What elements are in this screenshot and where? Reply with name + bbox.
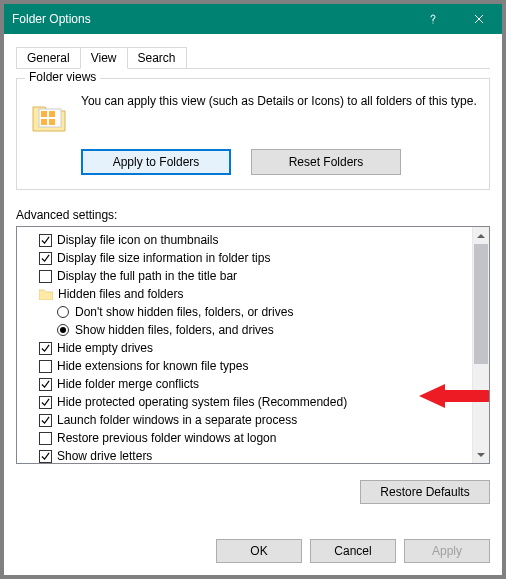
view-tab-content: Folder views You can apply this view (su… — [16, 70, 490, 523]
setting-row[interactable]: Launch folder windows in a separate proc… — [39, 411, 467, 429]
checkbox[interactable] — [39, 450, 52, 463]
setting-row[interactable]: Display file size information in folder … — [39, 249, 467, 267]
client-area: General View Search Folder views You can… — [4, 34, 502, 575]
ok-button[interactable]: OK — [216, 539, 302, 563]
folder-options-window: Folder Options General View Search Folde… — [0, 0, 506, 579]
checkbox[interactable] — [39, 378, 52, 391]
advanced-settings-tree[interactable]: Display file icon on thumbnailsDisplay f… — [16, 226, 490, 464]
scroll-thumb[interactable] — [474, 244, 488, 364]
setting-label: Launch folder windows in a separate proc… — [57, 411, 297, 429]
setting-row[interactable]: Don't show hidden files, folders, or dri… — [57, 303, 467, 321]
checkbox[interactable] — [39, 360, 52, 373]
setting-label: Restore previous folder windows at logon — [57, 429, 276, 447]
tree-viewport: Display file icon on thumbnailsDisplay f… — [23, 231, 467, 464]
folder-icon — [29, 97, 69, 137]
tab-view[interactable]: View — [80, 47, 128, 69]
apply-button[interactable]: Apply — [404, 539, 490, 563]
setting-label: Hide protected operating system files (R… — [57, 393, 347, 411]
setting-row[interactable]: Display the full path in the title bar — [39, 267, 467, 285]
window-title: Folder Options — [12, 12, 91, 26]
advanced-settings-label: Advanced settings: — [16, 208, 490, 222]
help-button[interactable] — [410, 4, 456, 34]
setting-label: Display file size information in folder … — [57, 249, 270, 267]
setting-row[interactable]: Hide protected operating system files (R… — [39, 393, 467, 411]
tab-search[interactable]: Search — [127, 47, 187, 69]
setting-row[interactable]: Restore previous folder windows at logon — [39, 429, 467, 447]
setting-label: Hide empty drives — [57, 339, 153, 357]
setting-row[interactable]: Hide extensions for known file types — [39, 357, 467, 375]
setting-label: Show drive letters — [57, 447, 152, 464]
setting-row[interactable]: Hide empty drives — [39, 339, 467, 357]
setting-label: Don't show hidden files, folders, or dri… — [75, 303, 293, 321]
folder-views-text: You can apply this view (such as Details… — [81, 93, 477, 109]
tab-strip: General View Search — [16, 46, 490, 69]
setting-label: Display file icon on thumbnails — [57, 231, 218, 249]
svg-rect-4 — [41, 119, 47, 125]
svg-rect-3 — [49, 111, 55, 117]
setting-label: Hide folder merge conflicts — [57, 375, 199, 393]
setting-row[interactable]: Show hidden files, folders, and drives — [57, 321, 467, 339]
radio[interactable] — [57, 306, 69, 318]
title-bar: Folder Options — [4, 4, 502, 34]
radio[interactable] — [57, 324, 69, 336]
setting-label: Hidden files and folders — [58, 285, 183, 303]
setting-row[interactable]: Display file icon on thumbnails — [39, 231, 467, 249]
cancel-button[interactable]: Cancel — [310, 539, 396, 563]
scroll-down-button[interactable] — [473, 446, 489, 463]
scroll-up-button[interactable] — [473, 227, 489, 244]
folder-views-legend: Folder views — [25, 70, 100, 84]
checkbox[interactable] — [39, 234, 52, 247]
setting-label: Hide extensions for known file types — [57, 357, 248, 375]
svg-rect-5 — [49, 119, 55, 125]
checkbox[interactable] — [39, 414, 52, 427]
checkbox[interactable] — [39, 342, 52, 355]
apply-to-folders-button[interactable]: Apply to Folders — [81, 149, 231, 175]
setting-label: Display the full path in the title bar — [57, 267, 237, 285]
setting-label: Show hidden files, folders, and drives — [75, 321, 274, 339]
folder-views-group: Folder views You can apply this view (su… — [16, 78, 490, 190]
reset-folders-button[interactable]: Reset Folders — [251, 149, 401, 175]
svg-point-0 — [432, 22, 433, 23]
svg-rect-2 — [41, 111, 47, 117]
checkbox[interactable] — [39, 252, 52, 265]
vertical-scrollbar[interactable] — [472, 227, 489, 463]
dialog-buttons: OK Cancel Apply — [216, 539, 490, 563]
checkbox[interactable] — [39, 396, 52, 409]
checkbox[interactable] — [39, 270, 52, 283]
checkbox[interactable] — [39, 432, 52, 445]
setting-row[interactable]: Show drive letters — [39, 447, 467, 464]
close-button[interactable] — [456, 4, 502, 34]
setting-row: Hidden files and folders — [39, 285, 467, 303]
tab-general[interactable]: General — [16, 47, 81, 69]
setting-row[interactable]: Hide folder merge conflicts — [39, 375, 467, 393]
restore-defaults-button[interactable]: Restore Defaults — [360, 480, 490, 504]
